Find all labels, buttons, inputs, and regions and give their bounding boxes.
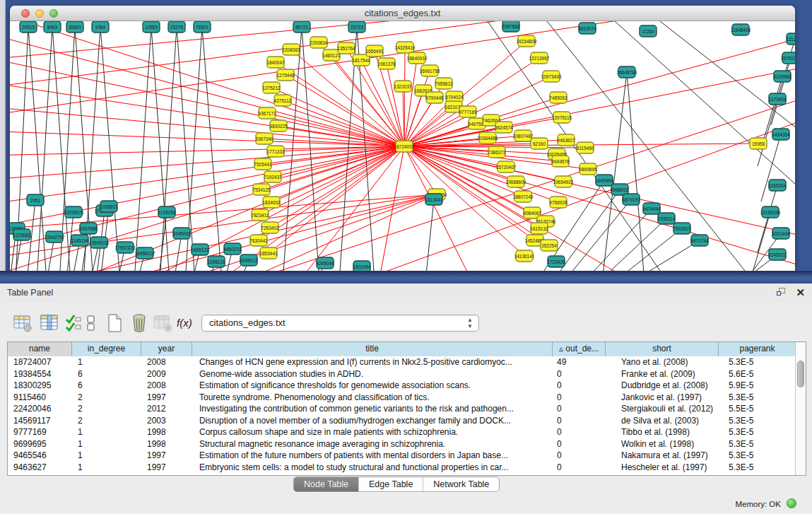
row-height-icon[interactable] (85, 313, 98, 333)
graph-node[interactable]: 10688609 (506, 176, 526, 187)
graph-node[interactable]: 1615132 (530, 223, 548, 234)
graph-node[interactable]: 9367171 (258, 107, 276, 119)
table-columns-icon[interactable] (40, 313, 59, 333)
tab-edge-table[interactable]: Edge Table (359, 477, 423, 492)
graph-node[interactable]: 9790448 (425, 92, 444, 103)
graph-node[interactable]: 12160345 (760, 206, 781, 218)
graph-node[interactable]: 12213967 (529, 52, 550, 64)
graph-node[interactable]: 1248131 (207, 256, 225, 267)
table-row[interactable]: 2242004622012Investigating the contribut… (8, 403, 795, 415)
table-row[interactable]: 977716911998Corpus callosum shape and si… (8, 426, 795, 438)
graph-node[interactable]: 1352764 (337, 42, 355, 54)
window-titlebar[interactable]: citations_edges.txt (10, 6, 795, 21)
graph-node[interactable]: 1145194 (71, 235, 89, 246)
table-row[interactable]: 911546021997Tourette syndrome. Phenomeno… (8, 392, 795, 404)
table-row[interactable]: 1872400712008Changes of HCN gene express… (8, 356, 795, 368)
graph-node[interactable]: 30691 (66, 21, 83, 33)
column-checklist-icon[interactable] (64, 313, 83, 333)
table-row[interactable]: 969969511998Structural magnetic resonanc… (8, 438, 795, 450)
graph-node[interactable]: 16961758 (420, 65, 440, 76)
graph-node[interactable]: 14325419 (395, 42, 416, 53)
graph-node[interactable]: 2051 (27, 194, 44, 206)
graph-node[interactable]: 16648784 (617, 66, 637, 78)
graph-node[interactable]: 20364486 (478, 132, 498, 144)
graph-node[interactable]: 11260 (640, 25, 657, 37)
tab-node-table[interactable]: Node Table (294, 477, 359, 492)
graph-node[interactable]: 7630441 (249, 235, 268, 246)
graph-node[interactable]: 1695122 (191, 244, 209, 255)
graph-node[interactable]: 11548408 (731, 24, 751, 35)
graph-node[interactable]: 15723 (348, 21, 365, 33)
memory-status-indicator[interactable] (787, 498, 796, 508)
graph-node[interactable]: 8949578 (551, 156, 570, 167)
graph-node[interactable]: 16958107 (135, 247, 155, 259)
graph-node[interactable]: 1840047 (266, 57, 285, 68)
graph-node[interactable]: 7485063 (549, 92, 567, 103)
graph-node[interactable]: 15958 (750, 138, 767, 149)
graph-node[interactable]: 12975115 (552, 112, 572, 123)
graph-node[interactable]: 85723 (293, 21, 310, 33)
graph-node[interactable]: 13942757 (45, 231, 65, 243)
graph-node[interactable]: 7386372 (488, 146, 506, 158)
graph-node[interactable]: 9474444 (642, 203, 661, 214)
graph-node[interactable]: 1513441 (425, 194, 443, 205)
graph-node[interactable]: 9756928 (549, 197, 567, 208)
graph-node[interactable]: 18640910 (407, 52, 428, 64)
graph-node[interactable]: 20515 (20, 21, 37, 33)
graph-node[interactable]: 6879197 (622, 194, 640, 205)
graph-node[interactable]: 1112404 (787, 33, 795, 45)
column-header-in_degree[interactable]: in_degree (72, 342, 141, 356)
graph-node[interactable]: 9899695 (579, 163, 597, 175)
scrollbar-thumb[interactable] (797, 361, 804, 387)
graph-node[interactable]: 1322037 (394, 81, 412, 92)
graph-node[interactable]: 1853441 (259, 247, 278, 259)
column-header-year[interactable]: year (141, 342, 192, 356)
table-row[interactable]: 1938455462009Genome-wide association stu… (8, 368, 795, 380)
graph-node[interactable]: 9115460 (577, 142, 594, 153)
table-row[interactable]: 946554611997Estimation of the future num… (8, 450, 795, 462)
graph-node[interactable]: 8813074 (578, 23, 596, 34)
graph-node[interactable]: 7955812 (435, 78, 453, 89)
graph-node[interactable]: 76501 (194, 21, 211, 33)
graph-node[interactable]: 9450233 (223, 243, 242, 255)
graph-node[interactable]: 14136141 (514, 250, 535, 262)
graph-node[interactable]: 1434304 (772, 129, 790, 140)
graph-node[interactable]: 1275212 (262, 82, 281, 93)
table-select-combo[interactable]: citations_edges.txt ▲▼ (201, 315, 479, 332)
graph-node[interactable]: 7832621 (673, 223, 691, 234)
graph-node[interactable]: 10807487 (513, 130, 534, 141)
graph-node[interactable]: 3367340 (255, 133, 273, 144)
tab-network-table[interactable]: Network Table (423, 477, 499, 492)
column-header-pagerank[interactable]: pagerank (719, 342, 795, 356)
graph-node[interactable]: 17957223 (115, 242, 136, 253)
graph-node[interactable]: 7253402 (261, 222, 279, 233)
graph-node[interactable]: 1961378 (377, 58, 396, 69)
graph-node[interactable]: 15751074 (781, 52, 795, 64)
graph-node[interactable]: 15720407 (496, 161, 517, 173)
graph-node[interactable]: 2200834 (310, 37, 328, 48)
graph-node[interactable]: 1275448 (276, 69, 295, 81)
graph-node[interactable]: 3830225 (269, 120, 288, 132)
graph-node[interactable]: 9245042 (172, 228, 191, 239)
graph-node[interactable]: 7823411 (252, 209, 269, 221)
function-builder-icon[interactable]: f(x) (177, 313, 198, 333)
graph-node[interactable]: 1656491 (365, 45, 384, 57)
graph-node[interactable]: 1771333 (266, 146, 285, 157)
graph-node[interactable]: 1733426 (547, 256, 565, 267)
graph-node[interactable]: 3624574 (495, 122, 513, 133)
table-row[interactable]: 1456911722003Disruption of a novel membe… (8, 415, 795, 427)
new-column-icon[interactable] (105, 313, 124, 333)
graph-node[interactable]: 1273404 (768, 93, 787, 105)
column-header-title[interactable]: title (192, 342, 553, 356)
vertical-scrollbar[interactable] (795, 342, 806, 475)
network-window[interactable]: citations_edges.txt 18724007143254191864… (10, 6, 795, 271)
graph-node[interactable]: 2126059 (158, 206, 176, 218)
graph-node[interactable]: 2208363 (282, 44, 300, 55)
graph-node[interactable]: 8463 (44, 21, 61, 33)
graph-node[interactable]: 18807249 (513, 191, 534, 202)
graph-node[interactable]: 1964 (92, 21, 109, 33)
delete-column-icon[interactable] (129, 313, 149, 333)
close-panel-icon[interactable]: ✕ (796, 286, 805, 299)
graph-node[interactable]: 9777169 (459, 106, 477, 117)
graph-node[interactable]: 15276 (168, 21, 185, 33)
